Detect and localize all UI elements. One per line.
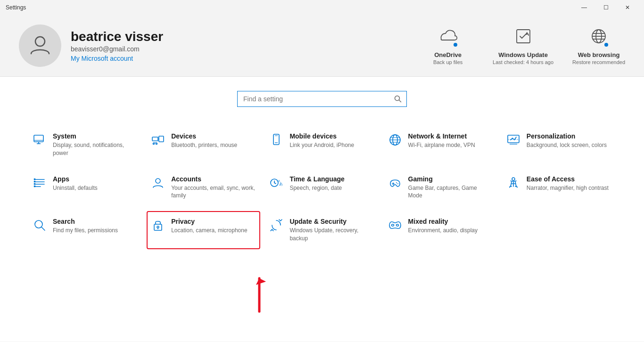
setting-update-security[interactable]: Update & Security Windows Update, recove… <box>265 211 379 249</box>
close-button[interactable]: ✕ <box>617 0 638 15</box>
web-browsing-widget[interactable]: Web browsing Restore recommended <box>572 27 625 65</box>
gaming-text: Gaming Game Bar, captures, Game Mode <box>408 175 493 200</box>
header-widgets: OneDrive Back up files Windows Update La… <box>422 27 625 65</box>
minimize-button[interactable]: — <box>573 0 595 15</box>
svg-point-37 <box>156 179 160 183</box>
svg-rect-14 <box>159 136 164 142</box>
setting-accounts[interactable]: Accounts Your accounts, email, sync, wor… <box>147 169 260 207</box>
search-icon <box>33 219 46 234</box>
profile-info: beatrice visser beavisser0@gmail.com My … <box>71 29 422 62</box>
ease-of-access-desc: Narrator, magnifier, high contrast <box>527 184 609 192</box>
setting-apps[interactable]: Apps Uninstall, defaults <box>28 169 142 207</box>
mixed-reality-text: Mixed reality Environment, audio, displa… <box>408 218 478 235</box>
svg-point-47 <box>512 178 515 180</box>
setting-network[interactable]: Network & Internet Wi-Fi, airplane mode,… <box>384 126 497 164</box>
windows-update-widget[interactable]: Windows Update Last checked: 4 hours ago <box>493 27 553 65</box>
personalization-icon <box>507 133 520 148</box>
update-security-text: Update & Security Windows Update, recove… <box>289 218 374 243</box>
windows-update-icon <box>514 27 533 48</box>
onedrive-subtitle: Back up files <box>433 59 462 65</box>
onedrive-status-dot <box>453 42 458 48</box>
onedrive-title: OneDrive <box>434 51 462 58</box>
accounts-title: Accounts <box>171 175 256 183</box>
mobile-text: Mobile devices Link your Android, iPhone <box>289 132 354 149</box>
time-language-icon: A あ <box>270 176 283 191</box>
onedrive-widget[interactable]: OneDrive Back up files <box>422 27 474 65</box>
privacy-icon <box>151 219 165 234</box>
window-controls: — ☐ ✕ <box>573 0 638 15</box>
setting-search[interactable]: Search Find my files, permissions <box>28 211 142 249</box>
maximize-button[interactable]: ☐ <box>595 0 617 15</box>
network-desc: Wi-Fi, airplane mode, VPN <box>408 141 475 149</box>
title-bar: Settings — ☐ ✕ <box>0 0 644 15</box>
search-box <box>237 91 407 107</box>
apps-title: Apps <box>53 175 98 183</box>
privacy-desc: Location, camera, microphone <box>171 227 247 235</box>
time-language-title: Time & Language <box>289 175 344 183</box>
ease-of-access-title: Ease of Access <box>527 175 609 183</box>
web-browsing-subtitle: Restore recommended <box>572 59 625 65</box>
app-title: Settings <box>6 4 26 11</box>
system-icon <box>33 133 46 148</box>
devices-title: Devices <box>171 132 237 140</box>
setting-gaming[interactable]: Gaming Game Bar, captures, Game Mode <box>384 169 497 207</box>
profile-name: beatrice visser <box>71 29 422 44</box>
apps-icon <box>33 176 46 191</box>
setting-mixed-reality[interactable]: Mixed reality Environment, audio, displa… <box>384 211 497 249</box>
svg-rect-13 <box>152 137 158 141</box>
gaming-icon <box>388 176 402 191</box>
svg-line-49 <box>41 227 45 230</box>
accounts-desc: Your accounts, email, sync, work, family <box>171 184 256 200</box>
setting-privacy[interactable]: Privacy Location, camera, microphone <box>147 211 260 249</box>
gaming-desc: Game Bar, captures, Game Mode <box>408 184 493 200</box>
svg-point-53 <box>391 224 394 226</box>
accounts-icon <box>151 176 165 191</box>
svg-rect-35 <box>34 183 35 185</box>
devices-text: Devices Bluetooth, printers, mouse <box>171 132 237 149</box>
devices-desc: Bluetooth, printers, mouse <box>171 141 237 149</box>
privacy-title: Privacy <box>171 218 247 225</box>
devices-icon <box>151 133 165 148</box>
web-browsing-status-dot <box>603 42 609 48</box>
setting-time-language[interactable]: A あ Time & Language Speech, region, date <box>265 169 379 207</box>
update-security-title: Update & Security <box>289 218 374 225</box>
web-browsing-icon <box>589 27 608 48</box>
user-avatar-icon <box>28 33 52 58</box>
setting-system[interactable]: System Display, sound, notifications, po… <box>28 126 142 164</box>
avatar <box>19 24 61 67</box>
profile-email: beavisser0@gmail.com <box>71 45 422 53</box>
setting-ease-of-access[interactable]: Ease of Access Narrator, magnifier, high… <box>502 169 616 207</box>
ease-of-access-text: Ease of Access Narrator, magnifier, high… <box>527 175 609 192</box>
profile-header: beatrice visser beavisser0@gmail.com My … <box>0 15 644 77</box>
setting-mobile[interactable]: Mobile devices Link your Android, iPhone <box>265 126 379 164</box>
mixed-reality-title: Mixed reality <box>408 218 478 225</box>
system-title: System <box>53 132 137 140</box>
mobile-icon <box>270 133 283 148</box>
settings-grid: System Display, sound, notifications, po… <box>0 116 644 263</box>
network-title: Network & Internet <box>408 132 475 140</box>
setting-devices[interactable]: Devices Bluetooth, printers, mouse <box>147 126 260 164</box>
ease-of-access-icon <box>507 176 520 191</box>
svg-rect-33 <box>34 179 35 180</box>
search-button[interactable] <box>389 91 406 106</box>
personalization-text: Personalization Background, lock screen,… <box>527 132 607 149</box>
system-text: System Display, sound, notifications, po… <box>53 132 137 157</box>
svg-point-16 <box>153 143 155 145</box>
svg-rect-34 <box>34 181 35 182</box>
mixed-reality-icon <box>388 219 402 234</box>
microsoft-account-link[interactable]: My Microsoft account <box>71 55 422 62</box>
network-text: Network & Internet Wi-Fi, airplane mode,… <box>408 132 475 149</box>
main-content: System Display, sound, notifications, po… <box>0 77 644 342</box>
privacy-text: Privacy Location, camera, microphone <box>171 218 247 235</box>
svg-line-40 <box>274 183 276 184</box>
svg-point-45 <box>396 182 397 183</box>
svg-text:あ: あ <box>279 182 283 186</box>
windows-update-subtitle: Last checked: 4 hours ago <box>493 59 553 65</box>
search-text: Search Find my files, permissions <box>53 218 118 235</box>
onedrive-icon <box>438 27 457 48</box>
search-input[interactable] <box>238 91 389 106</box>
windows-update-title: Windows Update <box>498 51 548 58</box>
svg-point-17 <box>156 143 157 145</box>
apps-desc: Uninstall, defaults <box>53 184 98 192</box>
setting-personalization[interactable]: Personalization Background, lock screen,… <box>502 126 616 164</box>
